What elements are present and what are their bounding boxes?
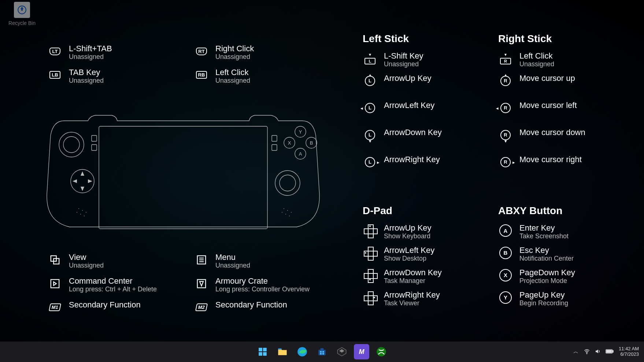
taskbar-date: 6/7/2023 bbox=[619, 352, 639, 357]
right-stick-row-2: ◂R Move cursor left bbox=[498, 101, 637, 115]
mapping-m2: M2 Secondary Function bbox=[194, 300, 310, 315]
svg-point-25 bbox=[284, 208, 284, 209]
ms-store-button[interactable] bbox=[314, 344, 330, 359]
svg-rect-57 bbox=[607, 350, 612, 352]
svg-point-29 bbox=[285, 214, 286, 214]
abxy-0-secondary: Take Screenshot bbox=[519, 232, 569, 240]
wifi-icon[interactable] bbox=[584, 348, 590, 356]
svg-point-24 bbox=[84, 216, 85, 216]
svg-point-27 bbox=[291, 212, 292, 213]
dpad-row-1: ArrowLeft Key Show Desktop bbox=[363, 246, 495, 263]
right-stick-1-primary: Move cursor up bbox=[519, 74, 575, 83]
left-stick-3-primary: ArrowDown Key bbox=[384, 128, 442, 137]
mapping-armoury-crate: Armoury Crate Long press: Controller Ove… bbox=[194, 276, 310, 294]
abxy-3-primary: PageUp Key bbox=[519, 290, 568, 299]
svg-rect-46 bbox=[321, 348, 324, 350]
stick-r-right-icon: ▸R bbox=[498, 155, 513, 169]
svg-point-30 bbox=[289, 216, 290, 216]
svg-text:Y: Y bbox=[299, 129, 302, 135]
rb-primary: Left Click bbox=[215, 68, 250, 77]
stick-l-up-icon: ▴L bbox=[363, 74, 377, 88]
left-stick-row-4: ▸L ArrowRight Key bbox=[363, 155, 495, 169]
right-stick-2-primary: Move cursor left bbox=[519, 101, 577, 110]
armoury-crate-primary: Armoury Crate bbox=[215, 276, 310, 286]
dpad-row-0: ArrowUp Key Show Keyboard bbox=[363, 223, 495, 240]
svg-rect-43 bbox=[278, 348, 281, 350]
svg-rect-41 bbox=[259, 352, 262, 356]
xbox-button[interactable] bbox=[374, 344, 389, 359]
right-stick-4-primary: Move cursor right bbox=[519, 155, 582, 164]
right-stick-row-4: ▸R Move cursor right bbox=[498, 155, 637, 169]
m1-primary: Secondary Function bbox=[69, 300, 141, 309]
m2-icon: M2 bbox=[195, 303, 208, 311]
dpad-row-3: ArrowRight Key Task Viewer bbox=[363, 290, 495, 307]
svg-point-26 bbox=[287, 210, 288, 211]
lb-secondary: Unassigned bbox=[69, 77, 104, 85]
app-button[interactable]: M bbox=[354, 344, 369, 359]
taskbar-clock[interactable]: 11:42 AM 6/7/2023 bbox=[619, 346, 639, 357]
stick-r-down-icon: ▾R bbox=[498, 128, 513, 142]
menu-icon bbox=[194, 253, 209, 267]
abxy-x-icon: X bbox=[499, 269, 512, 281]
abxy-2-secondary: Projection Mode bbox=[519, 277, 575, 285]
svg-rect-5 bbox=[92, 135, 97, 141]
dpad-3-secondary: Task Viewer bbox=[384, 299, 440, 307]
right-stick-0-primary: Left Click bbox=[519, 51, 554, 60]
file-explorer-button[interactable] bbox=[275, 344, 290, 359]
svg-point-3 bbox=[63, 137, 79, 153]
left-stick-0-secondary: Unassigned bbox=[384, 60, 423, 68]
rb-icon: RB bbox=[196, 71, 207, 79]
mapping-m1: M1 Secondary Function bbox=[48, 300, 157, 315]
svg-point-19 bbox=[78, 208, 79, 209]
svg-point-28 bbox=[282, 212, 282, 213]
svg-rect-1 bbox=[99, 126, 267, 229]
dpad-2-primary: ArrowDown Key bbox=[384, 268, 442, 277]
svg-point-2 bbox=[59, 132, 84, 157]
taskbar-time: 11:42 AM bbox=[619, 346, 639, 352]
dpad-down-icon bbox=[364, 269, 376, 281]
right-stick-row-3: ▾R Move cursor down bbox=[498, 128, 637, 142]
svg-point-22 bbox=[77, 212, 77, 213]
tray-chevron-icon[interactable]: ︿ bbox=[573, 348, 578, 355]
handheld-device-wireframe: Y X B A bbox=[44, 110, 322, 234]
left-stick-row-1: ▴L ArrowUp Key bbox=[363, 74, 495, 88]
view-icon bbox=[48, 253, 62, 267]
stick-click-r-icon: ▾R bbox=[498, 51, 513, 67]
stick-l-right-icon: ▸L bbox=[363, 155, 377, 169]
edge-button[interactable] bbox=[295, 344, 310, 359]
svg-rect-47 bbox=[320, 351, 322, 352]
right-stick-row-1: ▴R Move cursor up bbox=[498, 74, 637, 88]
svg-rect-45 bbox=[318, 350, 326, 355]
left-stick-1-primary: ArrowUp Key bbox=[384, 74, 432, 83]
rb-secondary: Unassigned bbox=[215, 77, 250, 85]
lt-secondary: Unassigned bbox=[69, 53, 112, 61]
abxy-row-1: B Esc Key Notification Center bbox=[498, 246, 637, 263]
svg-text:B: B bbox=[310, 140, 313, 146]
rt-secondary: Unassigned bbox=[215, 53, 254, 61]
svg-point-7 bbox=[275, 171, 300, 195]
stick-r-left-icon: ◂R bbox=[498, 101, 513, 115]
lb-icon: LB bbox=[49, 71, 60, 79]
start-button[interactable] bbox=[255, 344, 270, 359]
svg-rect-39 bbox=[259, 348, 262, 351]
armoury-crate-taskbar-button[interactable] bbox=[334, 344, 349, 359]
left-stick-title: Left Stick bbox=[363, 33, 495, 45]
left-stick-row-0: ▾L L-Shift Key Unassigned bbox=[363, 51, 495, 68]
lt-primary: L-Shift+TAB bbox=[69, 44, 112, 53]
dpad-2-secondary: Task Manager bbox=[384, 277, 442, 285]
view-primary: View bbox=[69, 253, 104, 262]
mapping-view: View Unassigned bbox=[48, 253, 157, 270]
volume-icon[interactable] bbox=[595, 348, 601, 356]
rt-icon: RT bbox=[196, 48, 207, 55]
svg-text:A: A bbox=[299, 151, 302, 157]
command-center-icon bbox=[48, 276, 62, 291]
svg-point-21 bbox=[86, 212, 86, 213]
abxy-row-0: A Enter Key Take Screenshot bbox=[498, 223, 637, 240]
dpad-1-secondary: Show Desktop bbox=[384, 255, 434, 263]
dpad-0-secondary: Show Keyboard bbox=[384, 232, 432, 240]
abxy-3-secondary: Begin Recording bbox=[519, 299, 568, 307]
battery-icon[interactable] bbox=[606, 349, 614, 355]
armoury-crate-secondary: Long press: Controller Overview bbox=[215, 286, 310, 294]
dpad-1-primary: ArrowLeft Key bbox=[384, 246, 434, 255]
left-stick-0-primary: L-Shift Key bbox=[384, 51, 423, 60]
